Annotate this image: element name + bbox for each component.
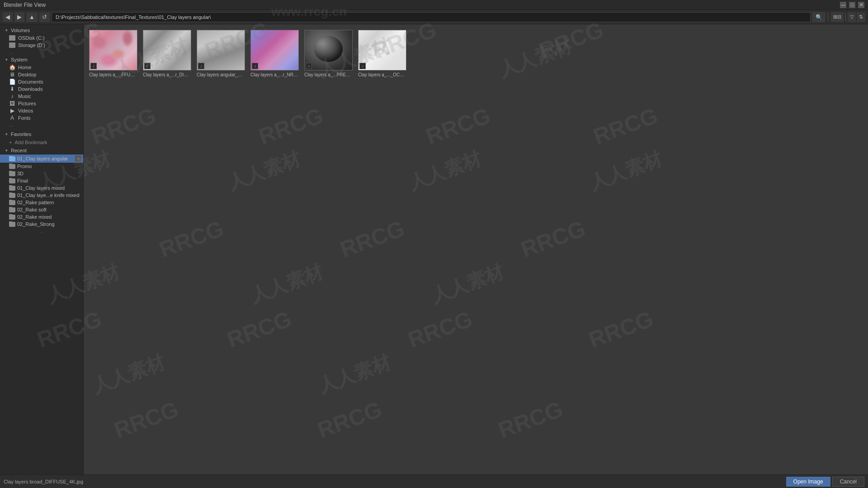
- parent-dir-button[interactable]: ▲: [26, 12, 38, 22]
- file-thumbnail-3: J: [250, 30, 299, 70]
- favorites-section-header[interactable]: ▾ Favorites: [0, 130, 83, 138]
- sidebar-item-osdisk[interactable]: OSDisk (C:): [0, 34, 83, 42]
- recent-item-promo[interactable]: Promo: [0, 163, 83, 170]
- sidebar-item-storage[interactable]: Storage (D:): [0, 42, 83, 49]
- system-arrow-icon: ▾: [4, 57, 9, 62]
- open-image-button[interactable]: Open Image: [786, 477, 830, 487]
- osdisk-label: OSDisk (C:): [18, 35, 45, 41]
- folder-icon-5: [9, 193, 15, 198]
- forward-button[interactable]: ▶: [14, 12, 24, 22]
- file-item-4[interactable]: J Clay layers a_...PREVIEW.jpg: [302, 28, 354, 80]
- window-title: Blender File View: [4, 2, 46, 8]
- videos-label: Videos: [18, 108, 33, 113]
- refresh-button[interactable]: ↺: [39, 12, 50, 22]
- folder-icon-2: [9, 171, 15, 176]
- volumes-section-header[interactable]: ▾ Volumes: [0, 26, 83, 34]
- sidebar-item-pictures[interactable]: 🖼 Pictures: [0, 100, 83, 107]
- home-icon: 🏠: [9, 65, 15, 70]
- status-text: Clay layers broad_DIFFUSE_4K.jpg: [4, 479, 83, 484]
- toolbar: ◀ ▶ ▲ ↺ 🔍 ⊞⊟ ▽ ⇅: [0, 10, 868, 24]
- sidebar-item-desktop[interactable]: 🖥 Desktop: [0, 71, 83, 78]
- cancel-button[interactable]: Cancel: [832, 477, 864, 487]
- file-name-3: Clay layers a_...r_NRM_4K.jp: [250, 72, 299, 78]
- system-section-header[interactable]: ▾ System: [0, 56, 83, 64]
- music-icon: ♪: [9, 94, 15, 99]
- pictures-icon: 🖼: [9, 101, 15, 106]
- folder-icon-active: [9, 156, 15, 161]
- file-thumbnail-0: J: [89, 30, 137, 70]
- sidebar-item-home[interactable]: 🏠 Home: [0, 64, 83, 71]
- downloads-icon: ⬇: [9, 86, 15, 92]
- desktop-label: Desktop: [18, 72, 36, 77]
- maximize-button[interactable]: □: [849, 2, 855, 8]
- file-badge-5: J: [359, 63, 366, 69]
- recent-arrow-icon: ▾: [4, 148, 9, 153]
- file-thumbnail-1: E: [143, 30, 191, 70]
- content-area: ▾ Volumes OSDisk (C:) Storage (D:) ... ▾…: [0, 24, 868, 474]
- grid-view-button[interactable]: ⊞⊟: [831, 12, 844, 22]
- sidebar-item-fonts[interactable]: A Fonts: [0, 114, 83, 122]
- recent-item-label-5: 01_Clay laye...e knife mixed: [17, 192, 80, 198]
- recent-item-close-0[interactable]: ✕: [75, 155, 81, 162]
- file-badge-1: E: [144, 63, 151, 69]
- fonts-label: Fonts: [18, 115, 31, 121]
- music-label: Music: [18, 94, 31, 99]
- file-item-3[interactable]: J Clay layers a_...r_NRM_4K.jp: [249, 28, 301, 80]
- sidebar-item-documents[interactable]: 📄 Documents: [0, 78, 83, 85]
- recent-item-3d[interactable]: 3D: [0, 170, 83, 177]
- file-badge-0: J: [90, 63, 97, 69]
- path-input[interactable]: [52, 12, 811, 22]
- app-layout: ◀ ▶ ▲ ↺ 🔍 ⊞⊟ ▽ ⇅ ▾ Volumes OSDisk (C:): [0, 10, 868, 488]
- file-grid: J Clay layers a_...FFUSE_4K.jpg E Clay l…: [87, 28, 864, 80]
- volumes-arrow-icon: ▾: [4, 28, 9, 33]
- recent-item-rake-soft[interactable]: 02_Rake soft: [0, 206, 83, 213]
- filter-button[interactable]: ▽: [848, 12, 856, 22]
- recent-item-clay-knife[interactable]: 01_Clay laye...e knife mixed: [0, 192, 83, 199]
- recent-more: ...: [0, 228, 83, 235]
- file-badge-2: J: [198, 63, 204, 69]
- recent-item-label-2: 3D: [17, 171, 24, 176]
- recent-item-final[interactable]: Final: [0, 177, 83, 184]
- volumes-more[interactable]: ...: [0, 49, 83, 56]
- add-icon: +: [9, 140, 12, 145]
- file-thumbnail-5: J: [358, 30, 406, 70]
- sidebar-item-downloads[interactable]: ⬇ Downloads: [0, 85, 83, 93]
- minimize-button[interactable]: —: [840, 2, 846, 8]
- back-button[interactable]: ◀: [3, 12, 13, 22]
- file-item-0[interactable]: J Clay layers a_...FFUSE_4K.jpg: [87, 28, 139, 80]
- add-bookmark-item[interactable]: + Add Bookmark: [0, 138, 83, 146]
- system-more[interactable]: ...: [0, 122, 83, 128]
- sort-button[interactable]: ⇅: [857, 12, 865, 22]
- folder-icon-8: [9, 215, 15, 220]
- recent-item-rake-strong[interactable]: 02_Rake_Strong: [0, 221, 83, 228]
- close-button[interactable]: ✕: [858, 2, 864, 8]
- file-item-5[interactable]: J Clay layers a_..._OCC_4K.jpg: [356, 28, 408, 80]
- search-button[interactable]: 🔍: [812, 12, 825, 22]
- storage-label: Storage (D:): [18, 42, 45, 48]
- folder-icon-6: [9, 200, 15, 205]
- pictures-label: Pictures: [18, 101, 36, 106]
- recent-item-rake-pattern[interactable]: 02_Rake pattern: [0, 199, 83, 206]
- file-area[interactable]: J Clay layers a_...FFUSE_4K.jpg E Clay l…: [84, 24, 868, 474]
- recent-item-rake-mixed[interactable]: 02_Rake mixed: [0, 213, 83, 221]
- recent-item-clay-mixed[interactable]: 01_Clay layers mixed: [0, 184, 83, 192]
- file-item-1[interactable]: E Clay layers a_...r_DISP_4K.ex: [141, 28, 193, 80]
- sidebar-item-music[interactable]: ♪ Music: [0, 93, 83, 100]
- documents-icon: 📄: [9, 79, 15, 84]
- documents-label: Documents: [18, 79, 43, 84]
- file-item-2[interactable]: J Clay layers angular_DISP_...: [195, 28, 247, 80]
- file-badge-3: J: [252, 63, 258, 69]
- recent-item-label-6: 02_Rake pattern: [17, 200, 54, 205]
- file-name-5: Clay layers a_..._OCC_4K.jpg: [358, 72, 406, 78]
- file-name-0: Clay layers a_...FFUSE_4K.jpg: [89, 72, 137, 78]
- sidebar-item-videos[interactable]: ▶ Videos: [0, 107, 83, 114]
- recent-section-header[interactable]: ▾ Recent: [0, 146, 83, 155]
- file-badge-4: J: [306, 63, 312, 69]
- recent-label: Recent: [11, 148, 27, 153]
- folder-icon-7: [9, 207, 15, 212]
- folder-icon-4: [9, 186, 15, 191]
- file-name-2: Clay layers angular_DISP_...: [197, 72, 245, 78]
- titlebar: Blender File View — □ ✕: [0, 0, 868, 10]
- disk-icon-c: [9, 35, 15, 41]
- recent-item-clay-angular[interactable]: 01_Clay layers angular ✕: [0, 155, 83, 163]
